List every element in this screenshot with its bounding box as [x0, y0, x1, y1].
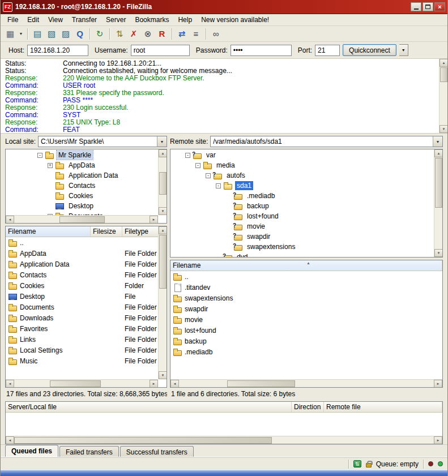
- column-header-remote-file[interactable]: Remote file: [324, 402, 442, 412]
- file-name-cell[interactable]: Application Data: [6, 260, 91, 269]
- tree-item-label[interactable]: Contacts: [67, 181, 97, 190]
- tree-item[interactable]: .mediadb: [185, 191, 433, 201]
- tree-expander[interactable]: -: [37, 153, 42, 158]
- file-name-cell[interactable]: Cookies: [6, 281, 91, 290]
- quickconnect-button[interactable]: Quickconnect: [343, 44, 396, 56]
- scroll-right-icon[interactable]: ►: [150, 380, 158, 388]
- tree-expander[interactable]: -: [185, 153, 190, 158]
- file-name-cell[interactable]: ..: [6, 238, 91, 247]
- queue-horizontal-scrollbar[interactable]: ◄ ►: [6, 436, 442, 444]
- queue-tab[interactable]: Failed transfers: [59, 446, 119, 457]
- tree-item[interactable]: backup: [185, 201, 433, 211]
- toggle-queue-button[interactable]: Q: [73, 27, 87, 40]
- maximize-button[interactable]: [423, 2, 433, 11]
- file-name-cell[interactable]: swapextensions: [170, 294, 442, 303]
- remote-list-horizontal-scrollbar[interactable]: ◄ ►: [170, 379, 442, 387]
- file-name-cell[interactable]: lost+found: [170, 326, 442, 335]
- scrollbar-thumb[interactable]: [14, 437, 272, 444]
- file-row[interactable]: Cookies Folder: [6, 280, 157, 291]
- queue-tab[interactable]: Successful transfers: [120, 446, 194, 457]
- menu-item[interactable]: View: [44, 15, 67, 25]
- file-row[interactable]: .mediadb: [170, 346, 442, 357]
- file-row[interactable]: AppData File Folder: [6, 248, 157, 259]
- find-files-button[interactable]: ∞: [209, 27, 223, 40]
- menu-item[interactable]: New version available!: [197, 15, 274, 25]
- file-row[interactable]: .titandev: [170, 282, 442, 293]
- disconnect-button[interactable]: ⊗: [141, 27, 155, 40]
- tree-item[interactable]: swapdir: [185, 231, 433, 242]
- tree-item-label[interactable]: swapextensions: [245, 242, 297, 251]
- directory-comparison-button[interactable]: ⇄: [175, 27, 189, 40]
- tree-item[interactable]: - var: [185, 150, 433, 160]
- tree-item-label[interactable]: dvd: [235, 252, 249, 257]
- site-manager-dropdown[interactable]: ▼: [18, 27, 24, 40]
- file-name-cell[interactable]: movie: [170, 315, 442, 324]
- combo-dropdown-icon[interactable]: ▼: [157, 136, 167, 147]
- scrollbar-thumb[interactable]: [50, 380, 101, 387]
- file-name-cell[interactable]: swapdir: [170, 305, 442, 314]
- toggle-local-tree-button[interactable]: ▧: [45, 27, 58, 40]
- scroll-left-icon[interactable]: ◄: [6, 380, 14, 388]
- menu-item[interactable]: Bookmarks: [130, 15, 173, 25]
- tree-item-label[interactable]: swapdir: [245, 232, 272, 241]
- queue-tab[interactable]: Queued files: [5, 445, 58, 457]
- tree-item-label[interactable]: Cookies: [67, 191, 95, 200]
- tree-item[interactable]: Contacts: [37, 181, 157, 191]
- scroll-up-icon[interactable]: ▲: [440, 59, 447, 67]
- file-row[interactable]: Desktop File: [6, 291, 157, 302]
- titlebar[interactable]: FZ 192.168.1.20 - root@192.168.1.20 - Fi…: [1, 0, 447, 14]
- tree-expander[interactable]: -: [206, 173, 211, 178]
- speed-limits-icon[interactable]: ⇅: [353, 460, 361, 468]
- file-row[interactable]: Downloads File Folder: [6, 312, 157, 323]
- file-row[interactable]: ..: [170, 271, 442, 282]
- column-header-filesize[interactable]: Filesize: [91, 226, 122, 237]
- file-name-cell[interactable]: Links: [6, 335, 91, 344]
- encryption-lock-icon[interactable]: [366, 463, 372, 468]
- username-input[interactable]: [131, 45, 190, 56]
- file-row[interactable]: Documents File Folder: [6, 302, 157, 312]
- menu-item[interactable]: Edit: [23, 15, 44, 25]
- scrollbar-thumb[interactable]: [435, 158, 442, 208]
- file-row[interactable]: Contacts File Folder: [6, 269, 157, 280]
- tree-item-label[interactable]: media: [215, 161, 237, 170]
- cancel-button[interactable]: ✗: [127, 27, 140, 40]
- menu-item[interactable]: Server: [101, 15, 130, 25]
- scroll-down-icon[interactable]: ▼: [159, 207, 167, 215]
- minimize-button[interactable]: [411, 2, 421, 11]
- log-vertical-scrollbar[interactable]: ▲ ▼: [439, 59, 447, 133]
- tree-item[interactable]: Cookies: [37, 191, 157, 201]
- file-row[interactable]: Links File Folder: [6, 334, 157, 345]
- scroll-down-icon[interactable]: ▼: [159, 371, 167, 379]
- scroll-right-icon[interactable]: ►: [434, 436, 442, 444]
- remote-tree-vertical-scrollbar[interactable]: ▲ ▼: [434, 149, 442, 257]
- file-row[interactable]: Favorites File Folder: [6, 323, 157, 334]
- remote-site-combobox[interactable]: /var/media/autofs/sda1 ▼: [210, 136, 443, 147]
- file-name-cell[interactable]: AppData: [6, 249, 91, 258]
- local-tree-horizontal-scrollbar[interactable]: ◄ ►: [6, 215, 158, 223]
- menu-item[interactable]: Help: [173, 15, 197, 25]
- scroll-right-icon[interactable]: ►: [434, 380, 442, 388]
- file-name-cell[interactable]: Music: [6, 357, 91, 366]
- local-site-combobox[interactable]: C:\Users\Mr Sparkle\ ▼: [38, 136, 167, 147]
- scroll-down-icon[interactable]: ▼: [440, 125, 447, 133]
- local-tree-vertical-scrollbar[interactable]: ▲ ▼: [158, 149, 167, 215]
- close-button[interactable]: ×: [434, 2, 445, 11]
- port-input[interactable]: [315, 45, 340, 56]
- tree-item-label[interactable]: backup: [245, 201, 271, 211]
- tree-item[interactable]: - Mr Sparkle: [37, 150, 157, 160]
- tree-item-label[interactable]: sda1: [235, 181, 253, 190]
- scrollbar-thumb[interactable]: [159, 235, 167, 289]
- column-header-filename[interactable]: Filename: [6, 226, 91, 237]
- tree-item[interactable]: lost+found: [185, 211, 433, 221]
- local-list-horizontal-scrollbar[interactable]: ◄ ►: [6, 379, 158, 387]
- refresh-button[interactable]: ↻: [93, 27, 106, 40]
- file-name-cell[interactable]: Local Settings: [6, 346, 91, 355]
- scroll-left-icon[interactable]: ◄: [6, 216, 14, 224]
- column-header-direction[interactable]: Direction: [292, 402, 324, 412]
- scroll-up-icon[interactable]: ▲: [159, 226, 167, 234]
- host-input[interactable]: [27, 45, 88, 56]
- scrollbar-thumb[interactable]: [440, 67, 447, 82]
- column-header-server-local-file[interactable]: Server/Local file: [6, 402, 292, 412]
- password-input[interactable]: [231, 45, 292, 56]
- file-row[interactable]: swapdir: [170, 303, 442, 314]
